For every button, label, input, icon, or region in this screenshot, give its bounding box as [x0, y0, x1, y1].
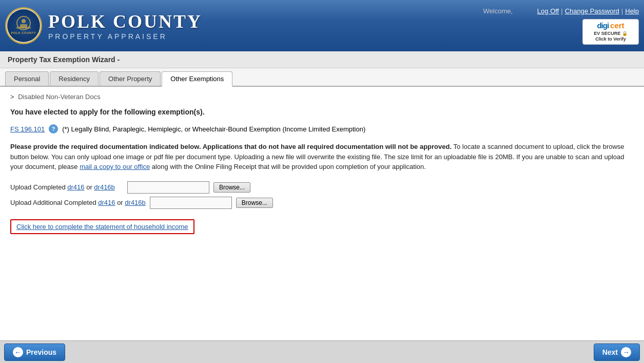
wizard-title: Property Tax Exemption Wizard -: [8, 55, 120, 64]
svg-point-1: [22, 19, 26, 23]
info-icon[interactable]: ?: [49, 124, 58, 133]
upload-row1-prefix: Upload Completed: [10, 183, 67, 191]
upload-row2-label: Upload Additional Completed dr416 or dr4…: [10, 199, 146, 206]
description-bold: Please provide the required documentatio…: [10, 143, 452, 150]
county-name: POLK COUNTY: [48, 11, 202, 32]
log-off-link[interactable]: Log Off: [537, 7, 559, 15]
file-input-2[interactable]: [150, 197, 232, 209]
statement-link-box: Click here to complete the statement of …: [10, 219, 194, 234]
tabs-container: Personal Residency Other Property Other …: [0, 68, 644, 87]
upload-row-2: Upload Additional Completed dr416 or dr4…: [10, 197, 634, 209]
browse-button-2[interactable]: Browse...: [236, 198, 273, 208]
county-subtitle: PROPERTY APPRAISER: [48, 32, 202, 41]
statement-link[interactable]: Click here to complete the statement of …: [16, 223, 188, 231]
logo-svg: APPRAISER: [16, 16, 31, 30]
info-icon-symbol: ?: [52, 126, 55, 132]
digicert-badge[interactable]: digicert EV SECURE 🔒 Click to Verify: [582, 19, 639, 45]
fs-link[interactable]: FS 196.101: [10, 125, 45, 133]
tab-residency[interactable]: Residency: [50, 71, 99, 86]
tab-other-property[interactable]: Other Property: [100, 71, 161, 86]
section-intro: You have elected to apply for the follow…: [10, 108, 634, 116]
header-top-right: Welcome, Log Off | Change Password | Hel…: [483, 7, 639, 45]
username-placeholder: [515, 7, 535, 15]
file-input-1[interactable]: [127, 181, 209, 194]
header: APPRAISER POLK COUNTY POLK COUNTY PROPER…: [0, 0, 644, 51]
upload-row1-link2[interactable]: dr416b: [94, 183, 114, 191]
exemption-row: FS 196.101 ? (*) Legally Blind, Parapleg…: [10, 124, 634, 133]
tab-personal[interactable]: Personal: [5, 71, 49, 86]
mail-link[interactable]: mail a copy to our office: [80, 163, 150, 170]
wizard-title-bar: Property Tax Exemption Wizard -: [0, 51, 644, 68]
next-arrow-icon: →: [621, 347, 631, 357]
breadcrumb-text: Disabled Non-Veteran Docs: [18, 93, 100, 101]
description-end: along with the Online Filing Receipt tha…: [152, 163, 426, 170]
upload-row1-label: Upload Completed dr416 or dr416b: [10, 183, 123, 191]
previous-arrow-icon: ←: [13, 347, 23, 357]
svg-text:APPRAISER: APPRAISER: [16, 26, 31, 29]
welcome-text: Welcome,: [483, 7, 513, 15]
description-text: Please provide the required documentatio…: [10, 142, 634, 172]
upload-row2-link1[interactable]: dr416: [98, 199, 115, 206]
breadcrumb-arrow: >: [10, 93, 14, 101]
header-left: APPRAISER POLK COUNTY POLK COUNTY PROPER…: [5, 7, 202, 44]
digicert-ev: EV SECURE 🔒 Click to Verify: [594, 31, 628, 42]
intro-text: You have elected to apply for the follow…: [10, 108, 205, 116]
change-password-link[interactable]: Change Password: [565, 7, 619, 15]
breadcrumb: > Disabled Non-Veteran Docs: [10, 93, 634, 101]
digicert-logo: digicert: [597, 21, 624, 30]
upload-row2-link2[interactable]: dr416b: [125, 199, 145, 206]
upload-section: Upload Completed dr416 or dr416b Browse.…: [10, 181, 634, 209]
upload-row-1: Upload Completed dr416 or dr416b Browse.…: [10, 181, 634, 194]
footer-nav: ← Previous Next →: [0, 340, 644, 363]
browse-button-1[interactable]: Browse...: [213, 182, 250, 193]
exemption-label: (*) Legally Blind, Paraplegic, Hemiplegi…: [62, 125, 365, 133]
upload-row2-prefix: Upload Additional Completed: [10, 199, 98, 206]
header-links: Welcome, Log Off | Change Password | Hel…: [483, 7, 639, 15]
separator2: |: [621, 7, 623, 15]
previous-label: Previous: [26, 348, 56, 356]
main-content: > Disabled Non-Veteran Docs You have ele…: [0, 87, 644, 354]
separator1: |: [561, 7, 562, 15]
county-title: POLK COUNTY PROPERTY APPRAISER: [48, 11, 202, 41]
previous-button[interactable]: ← Previous: [4, 343, 65, 361]
upload-row1-link1[interactable]: dr416: [67, 183, 84, 191]
logo-inner: APPRAISER POLK COUNTY: [7, 9, 40, 42]
tab-other-exemptions[interactable]: Other Exemptions: [162, 71, 232, 87]
help-link[interactable]: Help: [625, 7, 639, 15]
next-button[interactable]: Next →: [594, 343, 640, 361]
next-label: Next: [602, 348, 618, 356]
logo-circle: APPRAISER POLK COUNTY: [5, 7, 42, 44]
